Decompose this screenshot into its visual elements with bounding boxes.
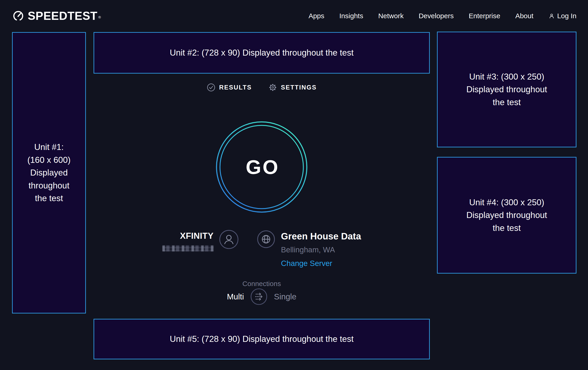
header: SPEEDTEST ® Apps Insights Network Develo…	[0, 0, 588, 32]
gear-icon	[268, 83, 277, 92]
tab-results-label: RESULTS	[219, 84, 252, 91]
user-icon	[548, 13, 555, 19]
nav-apps[interactable]: Apps	[309, 12, 324, 20]
nav-network[interactable]: Network	[378, 12, 404, 20]
ad-unit-5[interactable]: Unit #5: (728 x 90) Displayed throughout…	[94, 319, 430, 359]
change-server-link[interactable]: Change Server	[281, 259, 332, 268]
speedtest-logo[interactable]: SPEEDTEST ®	[12, 9, 101, 23]
go-button-label: GO	[215, 121, 308, 213]
connections-single-option[interactable]: Single	[274, 292, 296, 301]
connection-info-row: XFINITY Green House Da	[94, 228, 430, 268]
ad-unit-1-text: Unit #1: (160 x 600) Displayed throughou…	[27, 141, 70, 205]
isp-user-icon	[219, 230, 239, 249]
server-globe-icon	[257, 230, 275, 248]
connections-toggle[interactable]	[250, 288, 267, 305]
nav-developers[interactable]: Developers	[419, 12, 454, 20]
speedtest-app: SPEEDTEST ® Apps Insights Network Develo…	[0, 0, 588, 370]
server-block: Green House Data Bellingham, WA Change S…	[257, 228, 361, 268]
connections-section: Connections Multi Single	[94, 280, 430, 305]
tab-settings[interactable]: SETTINGS	[268, 83, 317, 92]
nav-insights[interactable]: Insights	[339, 12, 363, 20]
isp-block: XFINITY	[162, 228, 239, 268]
ad-unit-3-text: Unit #3: (300 x 250) Displayed throughou…	[466, 70, 547, 109]
ad-unit-2-text: Unit #2: (728 x 90) Displayed throughout…	[170, 46, 354, 59]
check-circle-icon	[207, 83, 215, 92]
go-button[interactable]: GO	[215, 121, 308, 213]
server-location: Bellingham, WA	[281, 245, 335, 254]
multi-connection-arrows-icon	[250, 288, 267, 305]
nav-enterprise[interactable]: Enterprise	[469, 12, 500, 20]
tab-results[interactable]: RESULTS	[207, 83, 252, 92]
tab-settings-label: SETTINGS	[281, 84, 317, 91]
ad-unit-1[interactable]: Unit #1: (160 x 600) Displayed throughou…	[12, 32, 86, 313]
ad-unit-2[interactable]: Unit #2: (728 x 90) Displayed throughout…	[94, 32, 430, 74]
ad-unit-4[interactable]: Unit #4: (300 x 250) Displayed throughou…	[437, 157, 577, 274]
tabs-bar: RESULTS	[94, 83, 430, 92]
server-name: Green House Data	[281, 231, 361, 241]
login-button[interactable]: Log In	[548, 12, 577, 20]
logo-text: SPEEDTEST	[28, 9, 97, 23]
main-nav: Apps Insights Network Developers Enterpr…	[309, 12, 577, 20]
connections-label: Connections	[94, 280, 430, 288]
ip-address-redacted	[162, 245, 214, 251]
logo-trademark: ®	[98, 15, 101, 19]
ad-unit-4-text: Unit #4: (300 x 250) Displayed throughou…	[466, 196, 547, 235]
nav-about[interactable]: About	[515, 12, 533, 20]
speedometer-gauge-icon	[12, 10, 24, 22]
ad-unit-5-text: Unit #5: (728 x 90) Displayed throughout…	[170, 333, 354, 346]
login-label: Log In	[557, 12, 577, 20]
connections-multi-option[interactable]: Multi	[227, 292, 244, 301]
isp-name: XFINITY	[180, 231, 213, 241]
ad-unit-3[interactable]: Unit #3: (300 x 250) Displayed throughou…	[437, 32, 577, 147]
